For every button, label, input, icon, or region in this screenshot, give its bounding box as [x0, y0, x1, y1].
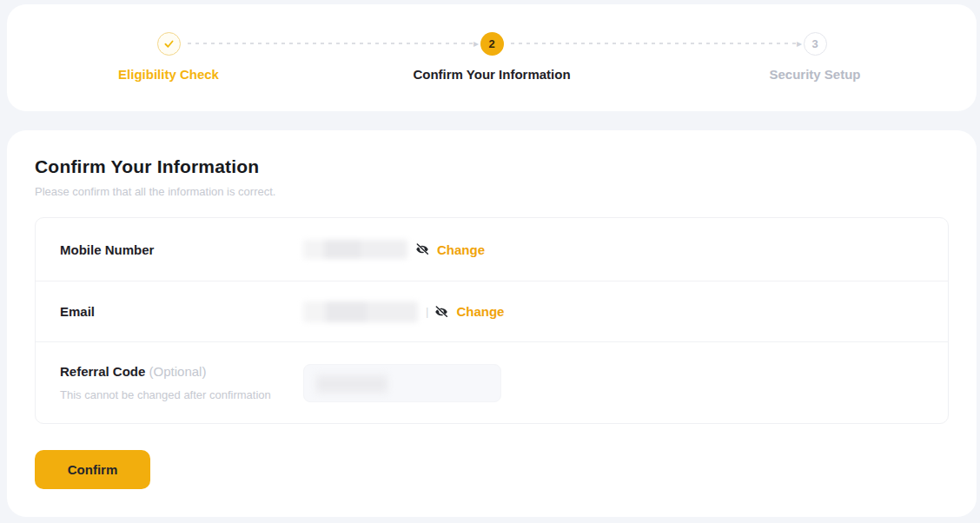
step-3-indicator: 3 [804, 32, 827, 56]
referral-code-note: This cannot be changed after confirmatio… [60, 388, 303, 401]
stepper-connector-arrow-right-icon [188, 43, 473, 44]
confirm-information-panel: Confirm Your Information Please confirm … [7, 130, 977, 517]
redacted-referral-value [316, 375, 387, 393]
step-confirm-information: 2 Confirm Your Information [330, 4, 653, 111]
step-security-setup: 3 Security Setup [653, 4, 977, 111]
referral-code-label-text: Referral Code [60, 364, 145, 379]
referral-code-label: Referral Code (Optional) [60, 364, 303, 379]
stepper-card: Eligibility Check 2 Confirm Your Informa… [7, 4, 977, 111]
information-summary-box: Mobile Number Change Email | Change [35, 217, 949, 424]
eye-off-icon[interactable] [415, 242, 429, 256]
signup-stepper: Eligibility Check 2 Confirm Your Informa… [7, 4, 977, 111]
referral-code-labels: Referral Code (Optional) This cannot be … [60, 364, 303, 401]
mobile-number-row: Mobile Number Change [36, 218, 948, 281]
redacted-mobile-value [303, 240, 407, 259]
stepper-connector-arrow-right-icon [511, 43, 796, 44]
email-value: | Change [303, 301, 504, 322]
step-2-label: Confirm Your Information [413, 67, 570, 82]
email-row: Email | Change [36, 281, 948, 341]
email-label: Email [60, 304, 303, 319]
page-subtitle: Please confirm that all the information … [35, 185, 949, 198]
step-1-indicator [157, 32, 181, 56]
step-3-label: Security Setup [769, 67, 860, 82]
mobile-number-label: Mobile Number [60, 242, 303, 257]
confirm-button[interactable]: Confirm [35, 450, 150, 489]
optional-tag: (Optional) [149, 364, 207, 379]
referral-code-input[interactable] [303, 364, 501, 402]
eye-off-icon[interactable] [434, 305, 448, 319]
change-mobile-link[interactable]: Change [437, 242, 485, 257]
step-1-label: Eligibility Check [118, 67, 219, 82]
page-title: Confirm Your Information [35, 156, 949, 177]
mobile-number-value: Change [303, 240, 485, 259]
redacted-email-value [303, 301, 418, 322]
referral-code-row: Referral Code (Optional) This cannot be … [36, 341, 948, 423]
check-icon [163, 38, 175, 50]
change-email-link[interactable]: Change [456, 304, 504, 319]
redaction-edge-mark: | [426, 305, 428, 318]
step-2-indicator: 2 [480, 32, 504, 56]
step-eligibility-check: Eligibility Check [7, 4, 330, 111]
